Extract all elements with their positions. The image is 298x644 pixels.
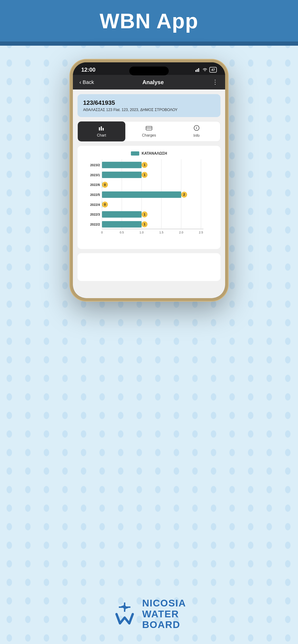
logo-icon xyxy=(112,600,137,628)
footer-logo: NICOSIA WATER BOARD xyxy=(112,598,186,630)
svg-text:2022/3: 2022/3 xyxy=(90,212,100,216)
nav-bar: ‹ Back Analyse ⋮ xyxy=(73,75,225,90)
app-title: WBN App xyxy=(0,9,298,33)
svg-rect-0 xyxy=(195,70,196,72)
svg-rect-17 xyxy=(102,162,142,168)
svg-rect-37 xyxy=(102,211,142,218)
back-chevron-icon: ‹ xyxy=(79,79,81,86)
tab-chart[interactable]: Chart xyxy=(78,122,125,142)
chart-container: ΚΑΤΑΝΑΛΩΣΗ 2023/2 xyxy=(78,146,220,249)
svg-text:2023/1: 2023/1 xyxy=(90,173,100,177)
header-separator xyxy=(0,42,298,46)
account-card: 123/641935 ΑΘΑΛΑΣΣΑΣ 123 Flat. 123, 2023… xyxy=(78,94,220,117)
svg-text:1: 1 xyxy=(144,163,146,167)
status-icons: 47 xyxy=(195,67,217,72)
chart-tab-icon xyxy=(98,126,104,132)
tab-bar: Chart Charges i xyxy=(78,121,220,142)
svg-text:2022/5: 2022/5 xyxy=(90,193,100,196)
phone-mockup: 12:00 47 ‹ Back A xyxy=(70,60,228,301)
svg-text:1.5: 1.5 xyxy=(159,231,163,234)
svg-rect-41 xyxy=(102,221,142,228)
svg-text:2023/2: 2023/2 xyxy=(90,163,100,167)
chart-legend: ΚΑΤΑΝΑΛΩΣΗ xyxy=(82,152,216,156)
svg-rect-7 xyxy=(146,128,152,128)
account-address: ΑΘΑΛΑΣΣΑΣ 123 Flat. 123, 2023, ΔΗΜΟΣ ΣΤΡ… xyxy=(83,108,215,112)
logo-line-1: NICOSIA xyxy=(142,598,186,608)
svg-text:2022/6: 2022/6 xyxy=(90,183,100,186)
tab-chart-label: Chart xyxy=(97,133,106,138)
legend-color-box xyxy=(131,152,139,156)
logo-text: NICOSIA WATER BOARD xyxy=(142,598,186,630)
battery-badge: 47 xyxy=(209,67,217,72)
wifi-icon xyxy=(202,68,207,72)
info-tab-icon: i xyxy=(194,125,199,132)
svg-text:1.0: 1.0 xyxy=(139,231,144,234)
svg-text:2022/4: 2022/4 xyxy=(90,203,100,206)
svg-text:2022/2: 2022/2 xyxy=(90,222,100,226)
svg-rect-2 xyxy=(198,68,199,72)
charges-tab-icon xyxy=(146,126,152,132)
logo-line-3: BOARD xyxy=(142,620,186,630)
main-content: 12:00 47 ‹ Back A xyxy=(0,46,298,586)
app-header: WBN App xyxy=(0,0,298,42)
empty-space xyxy=(78,253,220,281)
svg-rect-1 xyxy=(197,69,198,72)
more-icon[interactable]: ⋮ xyxy=(212,78,219,86)
svg-text:1: 1 xyxy=(144,173,146,177)
signal-icon xyxy=(195,68,200,72)
svg-text:0: 0 xyxy=(101,231,103,234)
tab-info-label: Info xyxy=(193,134,200,138)
svg-text:0.5: 0.5 xyxy=(120,231,124,234)
app-screen: 123/641935 ΑΘΑΛΑΣΣΑΣ 123 Flat. 123, 2023… xyxy=(73,90,225,298)
tab-charges-label: Charges xyxy=(142,133,156,138)
svg-rect-29 xyxy=(102,192,181,198)
dynamic-island xyxy=(129,66,169,75)
logo-line-2: WATER xyxy=(142,609,186,620)
back-button[interactable]: ‹ Back xyxy=(79,79,94,86)
svg-text:0: 0 xyxy=(104,202,106,206)
tab-charges[interactable]: Charges xyxy=(125,122,173,142)
svg-text:i: i xyxy=(196,126,197,130)
svg-rect-21 xyxy=(102,172,142,178)
svg-text:1: 1 xyxy=(144,222,146,226)
svg-rect-5 xyxy=(103,128,104,130)
svg-text:2.0: 2.0 xyxy=(179,231,183,234)
app-footer: NICOSIA WATER BOARD xyxy=(0,586,298,644)
svg-text:0: 0 xyxy=(104,183,106,186)
chart-area: 2023/2 1 2023/1 1 2022/6 0 xyxy=(82,159,216,244)
svg-text:2.5: 2.5 xyxy=(199,231,203,234)
svg-rect-4 xyxy=(101,126,102,130)
windmill-icon xyxy=(112,600,137,628)
tab-info[interactable]: i Info xyxy=(173,122,220,142)
account-number: 123/641935 xyxy=(83,99,215,106)
nav-title: Analyse xyxy=(142,79,164,86)
back-label: Back xyxy=(83,79,94,85)
status-time: 12:00 xyxy=(81,66,95,73)
svg-text:1: 1 xyxy=(144,212,146,216)
svg-text:2: 2 xyxy=(183,193,185,196)
svg-rect-3 xyxy=(99,127,100,130)
legend-label: ΚΑΤΑΝΑΛΩΣΗ xyxy=(142,152,167,156)
